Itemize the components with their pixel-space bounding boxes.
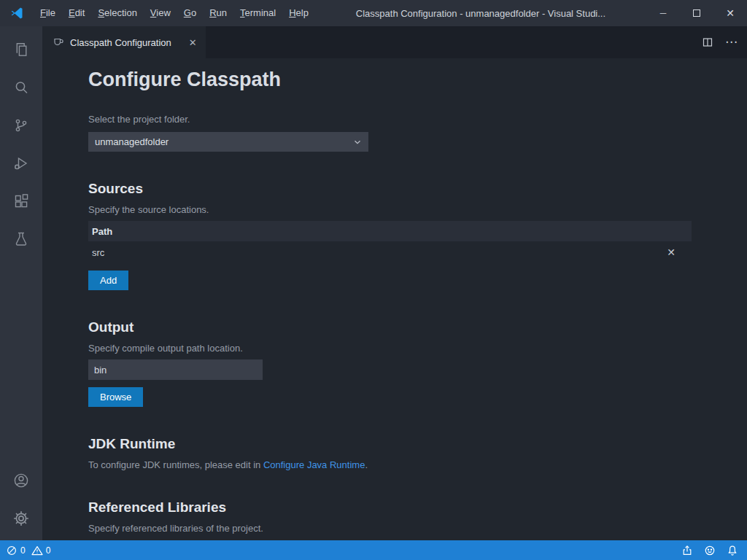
- settings-gear-icon: [12, 510, 30, 527]
- sources-heading: Sources: [88, 181, 692, 197]
- jdk-text: To configure JDK runtimes, please edit i…: [88, 459, 692, 470]
- chevron-down-icon: [352, 137, 363, 147]
- account-icon: [12, 472, 30, 489]
- tab-label: Classpath Configuration: [70, 37, 171, 48]
- source-path: src: [92, 247, 104, 258]
- share-icon: [681, 545, 693, 556]
- vscode-logo-icon: [0, 6, 34, 20]
- warning-count: 0: [46, 545, 51, 556]
- more-actions-button[interactable]: ⋯: [725, 36, 738, 48]
- sources-table: Path src ✕: [88, 221, 692, 263]
- error-count: 0: [20, 545, 26, 556]
- sources-description: Specify the source locations.: [88, 204, 692, 215]
- activity-explorer[interactable]: [0, 31, 42, 69]
- activity-account[interactable]: [0, 462, 42, 499]
- browse-button[interactable]: Browse: [88, 387, 143, 407]
- classpath-configuration-page: Configure Classpath Select the project f…: [42, 58, 747, 540]
- minimize-icon: ─: [660, 8, 667, 18]
- bell-icon: [727, 545, 738, 556]
- extensions-icon: [12, 192, 30, 210]
- warning-icon: [31, 545, 43, 556]
- vscode-window: File Edit Selection View Go Run Terminal…: [0, 0, 747, 560]
- page-title: Configure Classpath: [88, 67, 692, 92]
- menubar: File Edit Selection View Go Run Terminal…: [34, 0, 315, 26]
- menu-item-edit[interactable]: Edit: [62, 0, 91, 26]
- menu-item-terminal[interactable]: Terminal: [233, 0, 282, 26]
- editor-actions: ⋯: [702, 26, 738, 58]
- tab-bar: Classpath Configuration ✕ ⋯: [42, 26, 747, 58]
- configure-java-runtime-link[interactable]: Configure Java Runtime: [263, 459, 365, 470]
- share-button[interactable]: [681, 545, 693, 556]
- jdk-text-before: To configure JDK runtimes, please edit i…: [88, 459, 263, 470]
- feedback-icon: [704, 545, 716, 556]
- activity-settings[interactable]: [0, 499, 42, 537]
- output-heading: Output: [88, 319, 692, 335]
- project-folder-label: Select the project folder.: [88, 114, 692, 125]
- activity-bar: [0, 26, 42, 540]
- menu-item-view[interactable]: View: [144, 0, 177, 26]
- window-controls: ─ ✕: [646, 0, 747, 26]
- referenced-libraries-description: Specify referenced libraries of the proj…: [88, 523, 692, 534]
- minimize-button[interactable]: ─: [646, 0, 680, 26]
- add-source-button[interactable]: Add: [88, 271, 128, 290]
- close-window-button[interactable]: ✕: [713, 0, 747, 26]
- error-icon: [6, 545, 18, 556]
- status-bar: 0 0: [0, 540, 747, 560]
- files-icon: [12, 41, 30, 58]
- notifications-button[interactable]: [727, 545, 738, 556]
- source-control-icon: [12, 117, 30, 134]
- activity-extensions[interactable]: [0, 182, 42, 220]
- beaker-icon: [12, 230, 30, 248]
- referenced-libraries-heading: Referenced Libraries: [88, 499, 692, 516]
- tab-close-button[interactable]: ✕: [189, 37, 197, 48]
- split-editor-button[interactable]: [702, 36, 713, 48]
- classpath-tab-icon: [53, 36, 64, 48]
- remove-source-button[interactable]: ✕: [667, 246, 676, 258]
- activity-search[interactable]: [0, 69, 42, 106]
- problems-status[interactable]: 0 0: [6, 545, 50, 556]
- jdk-text-after: .: [365, 459, 368, 470]
- window-title: Classpath Configuration - unmanagedfolde…: [315, 8, 646, 19]
- activity-run-debug[interactable]: [0, 144, 42, 182]
- menu-item-run[interactable]: Run: [203, 0, 233, 26]
- menu-item-file[interactable]: File: [34, 0, 62, 26]
- run-debug-icon: [12, 155, 30, 172]
- close-icon: ✕: [726, 7, 735, 19]
- menu-item-help[interactable]: Help: [282, 0, 315, 26]
- jdk-heading: JDK Runtime: [88, 436, 692, 452]
- titlebar: File Edit Selection View Go Run Terminal…: [0, 0, 747, 26]
- maximize-icon: [693, 9, 700, 17]
- maximize-button[interactable]: [680, 0, 713, 26]
- search-icon: [12, 79, 30, 96]
- tab-classpath-configuration[interactable]: Classpath Configuration ✕: [42, 26, 206, 58]
- split-editor-icon: [702, 36, 713, 48]
- source-row: src ✕: [88, 241, 692, 263]
- activity-testing[interactable]: [0, 220, 42, 258]
- path-column-header: Path: [88, 221, 692, 241]
- menu-item-go[interactable]: Go: [177, 0, 203, 26]
- output-path-input[interactable]: [88, 359, 263, 380]
- output-description: Specify compile output path location.: [88, 343, 692, 354]
- activity-source-control[interactable]: [0, 106, 42, 144]
- editor-region: Classpath Configuration ✕ ⋯ Configure Cl…: [42, 26, 747, 540]
- feedback-button[interactable]: [704, 545, 716, 556]
- menu-item-selection[interactable]: Selection: [91, 0, 143, 26]
- project-folder-select[interactable]: unmanagedfolder: [88, 132, 368, 152]
- selected-project: unmanagedfolder: [95, 136, 169, 147]
